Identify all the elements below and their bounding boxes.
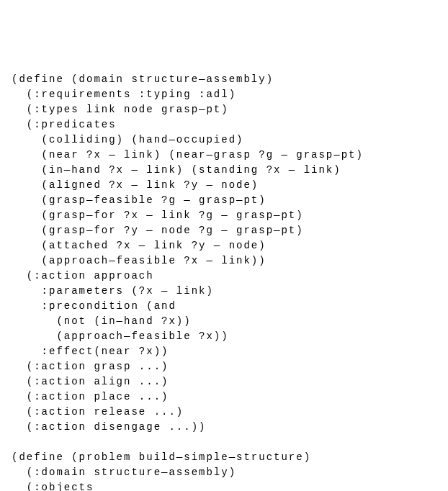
code-line: (:action place ...) [12, 391, 169, 402]
code-line: (in—hand ?x — link) (standing ?x — link) [12, 164, 341, 176]
code-line: (grasp—for ?x — link ?g — grasp—pt) [12, 210, 304, 221]
code-line: (:requirements :typing :adl) [12, 89, 236, 100]
code-line: (:action grasp ...) [12, 361, 169, 372]
code-line: (:action approach [12, 270, 154, 281]
code-line: (define (domain structure—assembly) [12, 73, 274, 85]
code-line: :precondition (and [12, 300, 176, 312]
code-line: (:predicates [12, 119, 117, 130]
code-line: (approach—feasible ?x — link)) [12, 255, 266, 266]
code-line: (aligned ?x — link ?y — node) [12, 179, 259, 191]
code-line: (grasp—feasible ?g — grasp—pt) [12, 194, 266, 206]
code-line: (not (in—hand ?x)) [12, 315, 192, 327]
code-line: (:domain structure—assembly) [12, 467, 236, 478]
code-line: (:action disengage ...)) [12, 421, 206, 433]
code-line: (:objects [12, 482, 94, 491]
code-line: (colliding) (hand—occupied) [12, 134, 243, 145]
code-line: (define (problem build—simple—structure) [12, 451, 311, 463]
code-line: (grasp—for ?y — node ?g — grasp—pt) [12, 225, 304, 236]
code-line: :effect(near ?x)) [12, 346, 169, 357]
code-line: (:action align ...) [12, 376, 169, 387]
code-line: :parameters (?x — link) [12, 285, 214, 297]
code-line: (:types link node grasp—pt) [12, 104, 229, 115]
code-line: (attached ?x — link ?y — node) [12, 240, 266, 251]
code-line: (:action release ...) [12, 406, 184, 418]
code-line: (near ?x — link) (near—grasp ?g — grasp—… [12, 149, 364, 161]
code-line: (approach—feasible ?x)) [12, 330, 229, 342]
code-block: (define (domain structure—assembly) (:re… [12, 72, 448, 491]
